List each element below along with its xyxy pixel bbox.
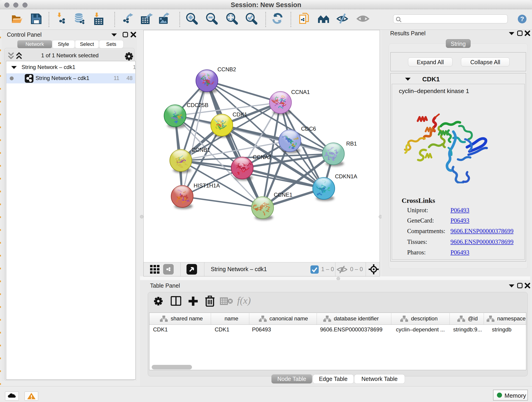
svg-text:CCNA1: CCNA1	[291, 89, 310, 95]
svg-text:CDC6: CDC6	[301, 126, 316, 132]
svg-text:CDK1: CDK1	[233, 111, 247, 118]
svg-text:CCNA2: CCNA2	[253, 154, 271, 160]
svg-text:?: ?	[520, 15, 524, 22]
svg-text:CDC25B: CDC25B	[187, 102, 209, 108]
svg-text:CCNE1: CCNE1	[274, 191, 292, 198]
svg-text:HIST1H1A: HIST1H1A	[194, 182, 220, 189]
svg-text:CDKN1A: CDKN1A	[335, 173, 357, 179]
svg-text:RB1: RB1	[346, 140, 357, 147]
svg-text:CCNB1: CCNB1	[191, 147, 210, 153]
svg-text:CCNB2: CCNB2	[217, 66, 236, 72]
